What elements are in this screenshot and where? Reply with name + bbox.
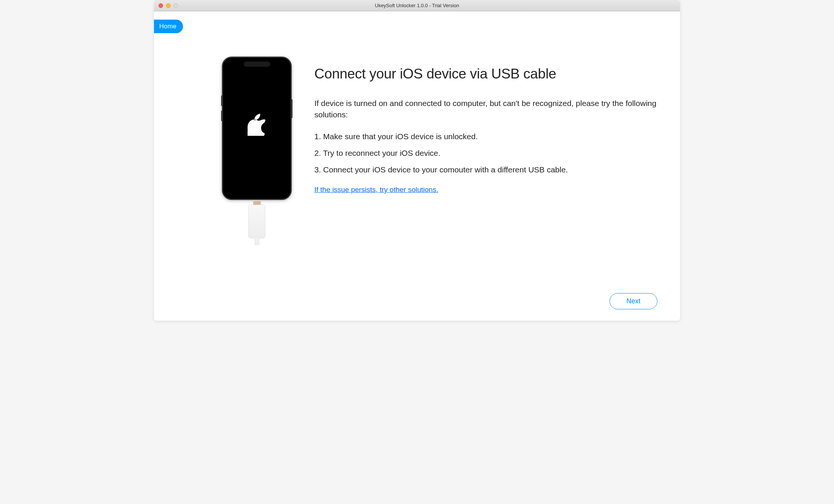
- step-3: 3. Connect your iOS device to your comou…: [314, 165, 657, 174]
- traffic-lights: [154, 3, 178, 8]
- minimize-window-button[interactable]: [166, 3, 171, 8]
- home-button[interactable]: Home: [154, 20, 183, 33]
- text-content: Connect your iOS device via USB cable If…: [314, 57, 657, 238]
- close-window-button[interactable]: [158, 3, 163, 8]
- main-area: Connect your iOS device via USB cable If…: [154, 11, 680, 238]
- window-title: UkeySoft Unlocker 1.0.0 - Trial Version: [375, 3, 459, 8]
- description-text: If device is turned on and connected to …: [314, 98, 657, 121]
- page-heading: Connect your iOS device via USB cable: [314, 66, 657, 82]
- other-solutions-link[interactable]: If the issue persists, try other solutio…: [314, 186, 438, 194]
- step-1: 1. Make sure that your iOS device is unl…: [314, 132, 657, 141]
- app-window: UkeySoft Unlocker 1.0.0 - Trial Version …: [154, 0, 680, 321]
- content-area: Home Connect your iOS device via USB cab…: [154, 11, 680, 321]
- step-2: 2. Try to reconnect your iOS device.: [314, 149, 657, 158]
- apple-logo-icon: [248, 113, 266, 136]
- iphone-graphic: [222, 57, 292, 200]
- titlebar: UkeySoft Unlocker 1.0.0 - Trial Version: [154, 0, 680, 11]
- phone-illustration: [222, 57, 292, 238]
- next-button[interactable]: Next: [609, 293, 657, 309]
- maximize-window-button: [174, 3, 178, 8]
- usb-cable-icon: [248, 204, 265, 238]
